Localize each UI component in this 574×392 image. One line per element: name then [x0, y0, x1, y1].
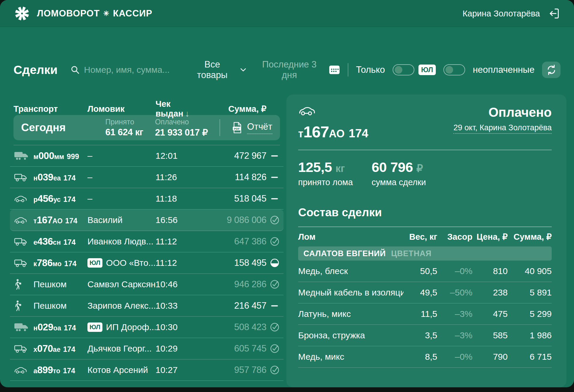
- logo-pinwheel-icon: [13, 5, 31, 22]
- transport-cell: Пешком: [13, 300, 87, 311]
- sum: 1 986: [508, 330, 552, 340]
- table-row[interactable]: н029оа174ЮЛИП Дороф...10:30508 423: [10, 317, 283, 338]
- price: 790: [472, 352, 508, 362]
- date-filter[interactable]: Последние 3 дня: [254, 59, 340, 80]
- scrap-name: Медь, блеск: [298, 266, 404, 276]
- deal-amount: 9 086 006: [205, 215, 266, 225]
- jur-only-toggle[interactable]: [393, 64, 414, 75]
- unpaid-dash-icon: [269, 193, 280, 204]
- car-icon: [13, 366, 27, 375]
- search-field[interactable]: [70, 65, 181, 75]
- check-time: 10:29: [156, 344, 205, 354]
- deal-date-user-link[interactable]: 29 окт, Карина Золотарёва: [453, 123, 552, 134]
- vehicle-plate: е436сн174: [33, 236, 76, 247]
- clog-percent: –0%: [437, 266, 472, 276]
- paid-check-icon: [269, 365, 280, 375]
- col-sum: Сумма, ₽: [205, 104, 266, 114]
- transport-cell: н039еа174: [13, 172, 87, 183]
- clog-percent: –0%: [437, 352, 472, 362]
- star-separator-icon: ✳: [103, 9, 109, 18]
- divider: [348, 63, 348, 77]
- chevron-down-icon: [240, 68, 246, 72]
- deal-vehicle: т167АО174: [298, 105, 368, 141]
- check-time: 11:18: [156, 194, 205, 204]
- car-icon: [298, 105, 315, 117]
- table-row[interactable]: х070ае174Дьячков Георг...10:29605 745: [10, 338, 283, 359]
- scrap-name: Бронза, стружка: [298, 330, 404, 340]
- deal-stats: 125,5 кг принято лома 60 796 ₽ сумма сде…: [298, 159, 552, 187]
- payment-status: [266, 322, 280, 332]
- divider: [220, 119, 220, 136]
- deal-amount: 114 826: [205, 172, 266, 183]
- transport-cell: е436сн174: [13, 236, 87, 247]
- refresh-button[interactable]: [542, 62, 561, 78]
- car-icon: [13, 194, 27, 203]
- deal-detail-header: т167АО174 Оплачено 29 окт, Карина Золота…: [298, 105, 552, 141]
- divider: [298, 150, 552, 150]
- table-row[interactable]: е436сн174Иванков Людв...11:12647 386: [10, 231, 283, 252]
- table-row[interactable]: т167АО174Василий16:569 086 006: [10, 209, 283, 231]
- unpaid-dash-icon: [269, 172, 280, 183]
- weight: 49,5: [404, 288, 437, 298]
- toggle-knob: [395, 66, 402, 74]
- report-button[interactable]: PDF Отчёт: [232, 121, 272, 134]
- paid-check-icon: [269, 322, 280, 332]
- transport-label: Пешком: [33, 279, 67, 289]
- jur-badge: ЮЛ: [418, 65, 436, 75]
- table-row[interactable]: а899то174Котов Арсений10:27957 786: [10, 359, 283, 381]
- payment-status: [266, 193, 280, 204]
- paid-check-icon: [269, 343, 280, 354]
- payment-status: [266, 365, 280, 375]
- deal-composition-title: Состав сделки: [298, 206, 552, 219]
- unpaid-dash-icon: [269, 300, 280, 311]
- check-time: 10:30: [156, 322, 205, 332]
- page-title: Сделки: [13, 63, 58, 77]
- lomovik-cell: Самвэл Сарксян: [87, 279, 156, 289]
- table-row[interactable]: ПешкомЗарипов Алекс...10:33216 457: [10, 295, 283, 317]
- table-row[interactable]: р456ус174–11:18518 045: [10, 188, 283, 209]
- unpaid-only-toggle[interactable]: [443, 64, 465, 75]
- table-row[interactable]: ПешкомСамвэл Сарксян10:46946 286: [10, 274, 283, 295]
- search-input[interactable]: [84, 65, 181, 75]
- paid-check-icon: [269, 279, 280, 290]
- deals-rows: м000мм999–12:01472 967н039еа174–11:26114…: [13, 145, 280, 381]
- vehicle-plate: р456ус174: [33, 193, 75, 204]
- truck-icon: [13, 344, 28, 354]
- col-transport: Транспорт: [13, 104, 87, 114]
- price: 810: [472, 266, 508, 276]
- transport-label: Пешком: [33, 301, 67, 311]
- paid-check-icon: [269, 215, 280, 225]
- accepted-block: Принято 61 624 кг: [105, 118, 143, 138]
- accepted-weight-stat: 125,5 кг принято лома: [298, 159, 353, 187]
- col-check-issued[interactable]: Чек выдан↓: [156, 99, 205, 119]
- table-row[interactable]: к786мо174ЮЛООО «Вто...11:12158 495: [10, 252, 283, 274]
- transport-cell: а899то174: [13, 364, 87, 376]
- table-row[interactable]: н039еа174–11:26114 826: [10, 167, 283, 188]
- calendar-icon: [329, 65, 340, 75]
- metal-category: ЦВЕТНАЯ: [391, 249, 432, 258]
- lomovik-cell: Котов Арсений: [87, 365, 156, 375]
- truck-icon: [13, 172, 28, 182]
- transport-cell: н029оа174: [13, 322, 87, 333]
- scrap-name: Медь, микс: [298, 352, 404, 362]
- lomovik-cell: Иванков Людв...: [87, 236, 156, 246]
- transport-cell: т167АО174: [13, 214, 87, 226]
- scrap-name: Латунь, микс: [298, 309, 404, 319]
- today-summary-card: Сегодня Принято 61 624 кг Оплачено 21 93…: [13, 115, 280, 140]
- item-row: Латунь, микс11,5–3%4755 299: [298, 303, 552, 325]
- table-row[interactable]: м000мм999–12:01472 967: [10, 145, 283, 167]
- payment-status: [266, 343, 280, 354]
- transport-cell: р456ус174: [13, 193, 87, 204]
- goods-filter-dropdown[interactable]: Все товары: [188, 59, 247, 80]
- col-lomovik: Ломовик: [87, 104, 156, 114]
- item-row: Медный кабель в изоляции49,5–50%2385 891: [298, 282, 552, 303]
- only-label: Только: [356, 65, 385, 75]
- payment-status: [266, 236, 280, 247]
- payment-status: [266, 215, 280, 225]
- app-window: ЛОМОВОРОТ ✳ КАССИР Карина Золотарёва Сде…: [0, 0, 574, 387]
- price: 585: [472, 330, 508, 340]
- sum: 6 715: [508, 352, 552, 362]
- logout-button[interactable]: [548, 7, 561, 20]
- deal-amount: 957 786: [205, 365, 266, 375]
- svg-text:PDF: PDF: [234, 127, 240, 130]
